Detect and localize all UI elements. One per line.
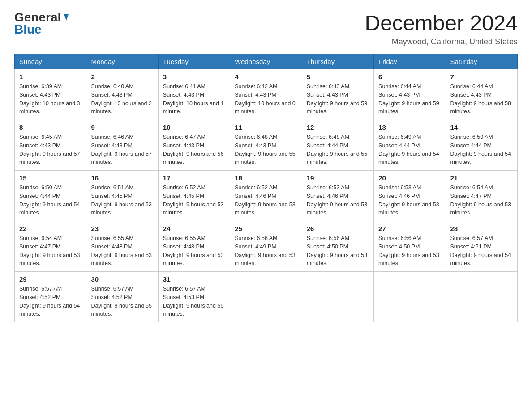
calendar-cell: 20Sunrise: 6:53 AMSunset: 4:46 PMDayligh… xyxy=(374,171,446,221)
calendar-cell: 12Sunrise: 6:48 AMSunset: 4:44 PMDayligh… xyxy=(302,120,373,171)
calendar-body: 1Sunrise: 6:39 AMSunset: 4:43 PMDaylight… xyxy=(15,69,518,322)
calendar-cell: 15Sunrise: 6:50 AMSunset: 4:44 PMDayligh… xyxy=(15,171,86,221)
day-number: 6 xyxy=(378,73,441,81)
calendar-cell: 2Sunrise: 6:40 AMSunset: 4:43 PMDaylight… xyxy=(86,69,158,120)
day-info: Sunrise: 6:52 AMSunset: 4:46 PMDaylight:… xyxy=(235,184,297,217)
day-info: Sunrise: 6:39 AMSunset: 4:43 PMDaylight:… xyxy=(19,82,82,116)
day-number: 17 xyxy=(163,174,225,182)
day-info: Sunrise: 6:57 AMSunset: 4:53 PMDaylight:… xyxy=(163,285,225,318)
page-header: General Blue December 2024 Maywood, Cali… xyxy=(14,11,518,47)
day-info: Sunrise: 6:56 AMSunset: 4:50 PMDaylight:… xyxy=(378,234,441,268)
day-info: Sunrise: 6:54 AMSunset: 4:47 PMDaylight:… xyxy=(450,184,513,217)
day-number: 26 xyxy=(307,225,369,232)
day-number: 22 xyxy=(19,225,82,232)
svg-marker-0 xyxy=(64,14,69,21)
day-info: Sunrise: 6:56 AMSunset: 4:49 PMDaylight:… xyxy=(235,234,297,268)
day-number: 23 xyxy=(91,225,153,232)
calendar-cell: 18Sunrise: 6:52 AMSunset: 4:46 PMDayligh… xyxy=(230,171,302,221)
calendar-cell: 31Sunrise: 6:57 AMSunset: 4:53 PMDayligh… xyxy=(158,272,230,322)
day-info: Sunrise: 6:55 AMSunset: 4:48 PMDaylight:… xyxy=(163,234,225,268)
day-info: Sunrise: 6:50 AMSunset: 4:44 PMDaylight:… xyxy=(450,133,513,167)
col-header-tuesday: Tuesday xyxy=(158,54,230,69)
calendar-cell: 30Sunrise: 6:57 AMSunset: 4:52 PMDayligh… xyxy=(86,272,158,322)
calendar-cell: 5Sunrise: 6:43 AMSunset: 4:43 PMDaylight… xyxy=(302,69,373,120)
day-number: 14 xyxy=(450,124,513,131)
day-number: 19 xyxy=(307,174,369,182)
day-info: Sunrise: 6:46 AMSunset: 4:43 PMDaylight:… xyxy=(91,133,153,167)
calendar-week-4: 22Sunrise: 6:54 AMSunset: 4:47 PMDayligh… xyxy=(15,221,518,272)
day-info: Sunrise: 6:56 AMSunset: 4:50 PMDaylight:… xyxy=(307,234,369,268)
calendar-cell: 16Sunrise: 6:51 AMSunset: 4:45 PMDayligh… xyxy=(86,171,158,221)
day-number: 11 xyxy=(235,124,297,131)
day-number: 16 xyxy=(91,174,153,182)
title-block: December 2024 Maywood, California, Unite… xyxy=(365,11,518,47)
calendar-cell: 4Sunrise: 6:42 AMSunset: 4:43 PMDaylight… xyxy=(230,69,302,120)
day-number: 3 xyxy=(163,73,225,81)
day-number: 5 xyxy=(307,73,369,81)
day-number: 28 xyxy=(450,225,513,232)
day-number: 2 xyxy=(91,73,153,81)
calendar-cell: 17Sunrise: 6:52 AMSunset: 4:45 PMDayligh… xyxy=(158,171,230,221)
day-info: Sunrise: 6:54 AMSunset: 4:47 PMDaylight:… xyxy=(19,234,82,268)
col-header-thursday: Thursday xyxy=(302,54,373,69)
logo-arrow-icon xyxy=(61,13,71,22)
day-info: Sunrise: 6:57 AMSunset: 4:52 PMDaylight:… xyxy=(91,285,153,318)
calendar-location: Maywood, California, United States xyxy=(365,37,518,47)
col-header-friday: Friday xyxy=(374,54,446,69)
calendar-week-3: 15Sunrise: 6:50 AMSunset: 4:44 PMDayligh… xyxy=(15,171,518,221)
day-info: Sunrise: 6:52 AMSunset: 4:45 PMDaylight:… xyxy=(163,184,225,217)
day-info: Sunrise: 6:57 AMSunset: 4:52 PMDaylight:… xyxy=(19,285,82,318)
day-info: Sunrise: 6:57 AMSunset: 4:51 PMDaylight:… xyxy=(450,234,513,268)
calendar-cell: 6Sunrise: 6:44 AMSunset: 4:43 PMDaylight… xyxy=(374,69,446,120)
day-info: Sunrise: 6:40 AMSunset: 4:43 PMDaylight:… xyxy=(91,82,153,116)
day-info: Sunrise: 6:45 AMSunset: 4:43 PMDaylight:… xyxy=(19,133,82,167)
calendar-cell: 27Sunrise: 6:56 AMSunset: 4:50 PMDayligh… xyxy=(374,221,446,272)
day-number: 15 xyxy=(19,174,82,182)
day-info: Sunrise: 6:44 AMSunset: 4:43 PMDaylight:… xyxy=(378,82,441,116)
day-number: 18 xyxy=(235,174,297,182)
day-info: Sunrise: 6:43 AMSunset: 4:43 PMDaylight:… xyxy=(307,82,369,116)
day-number: 8 xyxy=(19,124,82,131)
day-number: 12 xyxy=(307,124,369,131)
calendar-cell: 25Sunrise: 6:56 AMSunset: 4:49 PMDayligh… xyxy=(230,221,302,272)
calendar-week-2: 8Sunrise: 6:45 AMSunset: 4:43 PMDaylight… xyxy=(15,120,518,171)
day-info: Sunrise: 6:51 AMSunset: 4:45 PMDaylight:… xyxy=(91,184,153,217)
calendar-cell xyxy=(374,272,446,322)
day-info: Sunrise: 6:44 AMSunset: 4:43 PMDaylight:… xyxy=(450,82,513,116)
calendar-cell: 22Sunrise: 6:54 AMSunset: 4:47 PMDayligh… xyxy=(15,221,86,272)
calendar-cell xyxy=(230,272,302,322)
day-number: 29 xyxy=(19,275,82,283)
calendar-cell: 9Sunrise: 6:46 AMSunset: 4:43 PMDaylight… xyxy=(86,120,158,171)
day-info: Sunrise: 6:53 AMSunset: 4:46 PMDaylight:… xyxy=(378,184,441,217)
day-info: Sunrise: 6:41 AMSunset: 4:43 PMDaylight:… xyxy=(163,82,225,116)
day-number: 7 xyxy=(450,73,513,81)
day-number: 4 xyxy=(235,73,297,81)
col-header-sunday: Sunday xyxy=(15,54,86,69)
day-number: 24 xyxy=(163,225,225,232)
day-info: Sunrise: 6:48 AMSunset: 4:43 PMDaylight:… xyxy=(235,133,297,167)
day-info: Sunrise: 6:47 AMSunset: 4:43 PMDaylight:… xyxy=(163,133,225,167)
calendar-cell: 19Sunrise: 6:53 AMSunset: 4:46 PMDayligh… xyxy=(302,171,373,221)
day-number: 13 xyxy=(378,124,441,131)
calendar-cell: 26Sunrise: 6:56 AMSunset: 4:50 PMDayligh… xyxy=(302,221,373,272)
calendar-week-5: 29Sunrise: 6:57 AMSunset: 4:52 PMDayligh… xyxy=(15,272,518,322)
day-info: Sunrise: 6:55 AMSunset: 4:48 PMDaylight:… xyxy=(91,234,153,268)
calendar-cell: 24Sunrise: 6:55 AMSunset: 4:48 PMDayligh… xyxy=(158,221,230,272)
calendar-week-1: 1Sunrise: 6:39 AMSunset: 4:43 PMDaylight… xyxy=(15,69,518,120)
calendar-cell: 10Sunrise: 6:47 AMSunset: 4:43 PMDayligh… xyxy=(158,120,230,171)
day-number: 30 xyxy=(91,275,153,283)
day-number: 9 xyxy=(91,124,153,131)
day-number: 21 xyxy=(450,174,513,182)
calendar-cell: 23Sunrise: 6:55 AMSunset: 4:48 PMDayligh… xyxy=(86,221,158,272)
calendar-cell: 8Sunrise: 6:45 AMSunset: 4:43 PMDaylight… xyxy=(15,120,86,171)
calendar-cell: 13Sunrise: 6:49 AMSunset: 4:44 PMDayligh… xyxy=(374,120,446,171)
logo-blue-text: Blue xyxy=(14,23,71,37)
day-number: 1 xyxy=(19,73,82,81)
day-info: Sunrise: 6:53 AMSunset: 4:46 PMDaylight:… xyxy=(307,184,369,217)
day-info: Sunrise: 6:50 AMSunset: 4:44 PMDaylight:… xyxy=(19,184,82,217)
logo: General Blue xyxy=(14,11,71,37)
calendar-cell: 28Sunrise: 6:57 AMSunset: 4:51 PMDayligh… xyxy=(446,221,517,272)
day-number: 25 xyxy=(235,225,297,232)
calendar-cell: 3Sunrise: 6:41 AMSunset: 4:43 PMDaylight… xyxy=(158,69,230,120)
day-number: 31 xyxy=(163,275,225,283)
